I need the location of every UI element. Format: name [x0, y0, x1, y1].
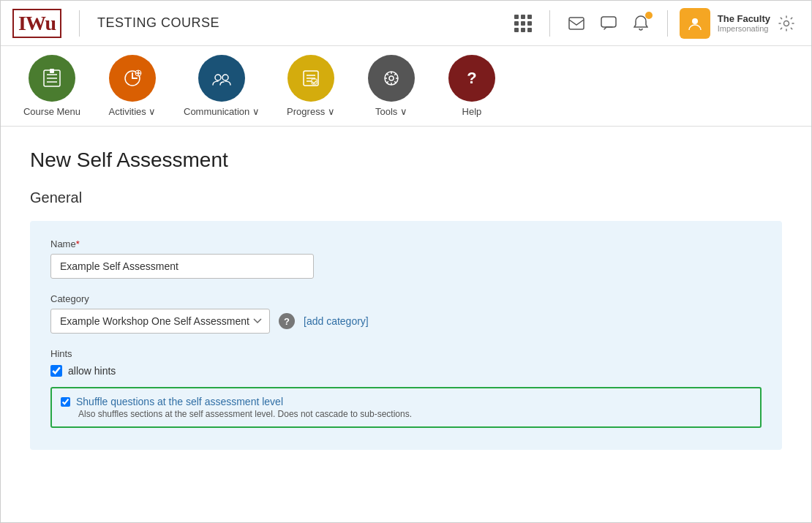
svg-point-2	[692, 18, 698, 24]
category-group: Category Example Workshop One Self Asses…	[50, 293, 762, 334]
nav-help[interactable]: ? Help	[443, 55, 501, 117]
notifications-button[interactable]	[626, 9, 655, 38]
name-label: Name*	[50, 238, 762, 249]
communication-icon	[209, 66, 234, 91]
nav-activities[interactable]: Activities ∨	[103, 55, 162, 117]
mail-icon	[568, 17, 584, 30]
tools-icon	[379, 66, 404, 91]
svg-rect-0	[569, 18, 584, 29]
svg-point-16	[222, 75, 228, 80]
communication-label: Communication ∨	[184, 106, 260, 117]
progress-icon	[298, 66, 323, 91]
svg-point-3	[784, 20, 789, 26]
svg-line-28	[386, 74, 388, 75]
svg-text:?: ?	[467, 69, 476, 87]
shuffle-main-label[interactable]: Shuffle questions at the self assessment…	[76, 396, 283, 407]
svg-rect-1	[601, 17, 616, 27]
progress-label: Progress ∨	[287, 106, 335, 117]
logo-area: IWu TESTING COURSE	[12, 9, 219, 38]
course-nav: Course Menu Activities ∨	[1, 46, 811, 127]
tools-icon-circle	[368, 55, 415, 102]
main-content: New Self Assessment General Name* Catego…	[1, 127, 811, 522]
notification-badge	[645, 12, 653, 19]
category-select[interactable]: Example Workshop One Self AssessmentCate…	[50, 309, 270, 334]
grid-apps-button[interactable]	[508, 9, 538, 38]
page-title: New Self Assessment	[30, 148, 782, 172]
activities-icon	[120, 66, 145, 91]
nav-divider-2	[667, 10, 668, 37]
svg-line-30	[394, 74, 396, 75]
course-menu-icon-circle	[29, 55, 75, 102]
gear-icon	[778, 15, 794, 31]
activities-icon-circle	[109, 55, 156, 102]
svg-point-23	[389, 76, 394, 80]
nav-communication[interactable]: Communication ∨	[184, 55, 260, 117]
settings-button[interactable]	[773, 10, 800, 37]
nav-course-menu[interactable]: Course Menu	[23, 55, 81, 117]
category-select-wrapper: Example Workshop One Self AssessmentCate…	[50, 309, 762, 334]
activities-label: Activities ∨	[109, 106, 157, 117]
form-panel: Name* Category Example Workshop One Self…	[30, 221, 782, 450]
user-name: The Faculty	[718, 13, 770, 24]
user-info: The Faculty Impersonating	[718, 13, 770, 33]
chat-button[interactable]	[594, 9, 623, 38]
communication-icon-circle	[198, 55, 245, 102]
hints-label: Hints	[50, 348, 762, 359]
grid-icon	[511, 12, 535, 35]
help-label: Help	[462, 106, 482, 117]
section-title: General	[30, 189, 782, 206]
user-avatar[interactable]	[680, 8, 710, 39]
category-help-button[interactable]: ?	[279, 313, 295, 329]
progress-icon-circle	[287, 55, 334, 102]
add-category-link[interactable]: [add category]	[304, 315, 369, 327]
hints-section: Hints allow hints	[50, 348, 762, 377]
name-required: *	[76, 238, 80, 249]
allow-hints-checkbox[interactable]	[50, 365, 62, 377]
top-nav: IWu TESTING COURSE	[1, 1, 811, 46]
svg-line-29	[394, 81, 396, 83]
avatar-icon	[687, 15, 703, 31]
course-menu-label: Course Menu	[23, 106, 80, 117]
name-input[interactable]	[50, 254, 314, 279]
shuffle-main-row: Shuffle questions at the self assessment…	[61, 396, 751, 407]
allow-hints-row: allow hints	[50, 365, 762, 377]
mail-button[interactable]	[562, 9, 591, 38]
svg-point-15	[215, 75, 221, 80]
name-group: Name*	[50, 238, 762, 279]
logo: IWu	[12, 9, 61, 38]
logo-divider	[79, 10, 80, 37]
shuffle-sub-label: Also shuffles sections at the self asses…	[78, 409, 751, 419]
nav-right: The Faculty Impersonating	[508, 8, 800, 39]
nav-progress[interactable]: Progress ∨	[282, 55, 340, 117]
nav-tools[interactable]: Tools ∨	[362, 55, 421, 117]
tools-label: Tools ∨	[375, 106, 407, 117]
user-role: Impersonating	[718, 24, 770, 33]
category-label: Category	[50, 293, 762, 304]
svg-rect-8	[50, 69, 54, 73]
course-title: TESTING COURSE	[97, 15, 219, 31]
help-icon: ?	[459, 66, 484, 91]
shuffle-checkbox[interactable]	[61, 397, 70, 407]
svg-line-31	[386, 81, 388, 83]
nav-divider-1	[549, 10, 550, 37]
chat-icon	[601, 16, 617, 31]
shuffle-box: Shuffle questions at the self assessment…	[50, 387, 762, 428]
course-menu-icon	[40, 66, 64, 91]
help-icon-circle: ?	[448, 55, 495, 102]
allow-hints-label[interactable]: allow hints	[68, 365, 116, 377]
